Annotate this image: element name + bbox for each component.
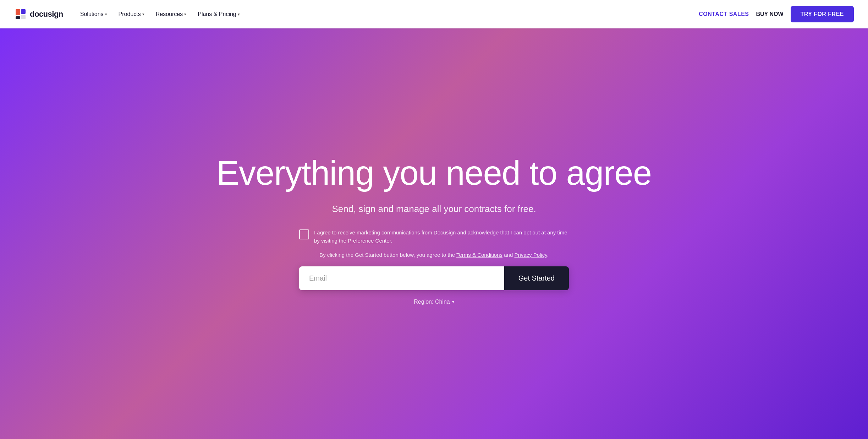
logo-text: docusign <box>30 10 63 19</box>
nav-item-plans-pricing[interactable]: Plans & Pricing ▾ <box>193 8 244 20</box>
email-input[interactable] <box>299 266 504 290</box>
nav-solutions-label: Solutions <box>80 11 104 17</box>
hero-title: Everything you need to agree <box>216 155 652 191</box>
hero-subtitle: Send, sign and manage all your contracts… <box>332 204 536 215</box>
svg-rect-4 <box>21 15 26 19</box>
consent-text: I agree to receive marketing communicati… <box>314 229 569 245</box>
nav-resources-label: Resources <box>156 11 183 17</box>
nav-item-resources[interactable]: Resources ▾ <box>152 8 191 20</box>
region-selector[interactable]: Region: China ▾ <box>414 299 454 305</box>
chevron-down-icon: ▾ <box>105 12 107 17</box>
navbar-right: CONTACT SALES BUY NOW TRY FOR FREE <box>699 6 854 22</box>
logo[interactable]: docusign <box>14 8 63 21</box>
region-label: Region: China <box>414 299 450 305</box>
chevron-down-icon: ▾ <box>142 12 144 17</box>
svg-rect-2 <box>21 9 26 14</box>
marketing-consent-checkbox[interactable] <box>299 229 309 239</box>
consent-row: I agree to receive marketing communicati… <box>299 229 569 245</box>
nav-plans-label: Plans & Pricing <box>198 11 236 17</box>
svg-rect-1 <box>16 9 20 15</box>
get-started-button[interactable]: Get Started <box>504 266 569 290</box>
chevron-down-icon: ▾ <box>184 12 186 17</box>
nav-products-label: Products <box>119 11 141 17</box>
contact-sales-link[interactable]: CONTACT SALES <box>699 11 749 17</box>
nav-links: Solutions ▾ Products ▾ Resources ▾ Plans… <box>76 8 244 20</box>
navbar: docusign Solutions ▾ Products ▾ Resource… <box>0 0 868 28</box>
hero-section: Everything you need to agree Send, sign … <box>0 28 868 439</box>
navbar-left: docusign Solutions ▾ Products ▾ Resource… <box>14 8 244 21</box>
nav-item-solutions[interactable]: Solutions ▾ <box>76 8 111 20</box>
svg-rect-3 <box>16 16 20 19</box>
preference-center-link[interactable]: Preference Center <box>348 238 391 244</box>
terms-conditions-link[interactable]: Terms & Conditions <box>456 252 502 258</box>
buy-now-link[interactable]: BUY NOW <box>756 11 784 17</box>
privacy-policy-link[interactable]: Privacy Policy <box>514 252 547 258</box>
email-form: Get Started <box>299 266 569 290</box>
docusign-logo-icon <box>14 8 27 21</box>
try-for-free-button[interactable]: TRY FOR FREE <box>791 6 854 22</box>
nav-item-products[interactable]: Products ▾ <box>114 8 149 20</box>
chevron-down-icon: ▾ <box>452 299 454 304</box>
terms-text: By clicking the Get Started button below… <box>319 252 549 258</box>
chevron-down-icon: ▾ <box>238 12 240 17</box>
